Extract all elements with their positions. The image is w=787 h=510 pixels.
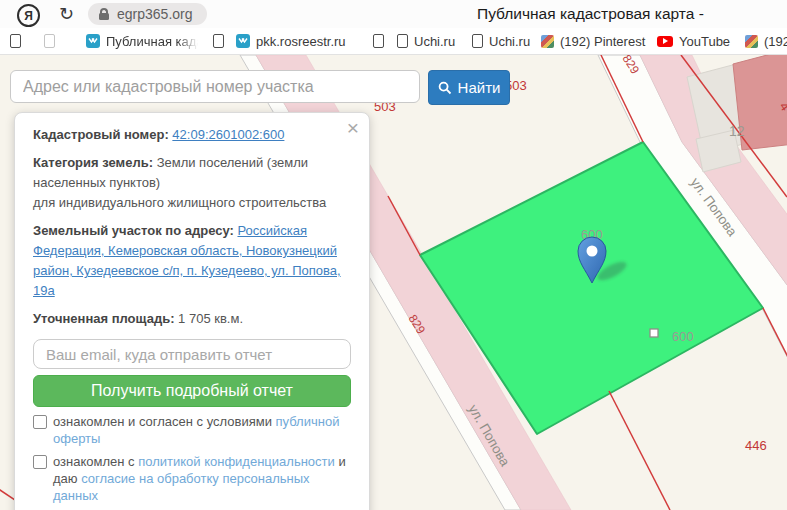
- cadastral-number-link[interactable]: 42:09:2601002:600: [172, 127, 284, 142]
- bookmark-label: YouTube: [679, 34, 730, 49]
- bookmark-pinterest[interactable]: (192) Pinterest: [541, 28, 645, 54]
- bookmark-label: (192) Pinterest: [560, 34, 645, 49]
- cadastral-number-label: Кадастровый номер:: [33, 127, 169, 142]
- bookmarks-bar: Публичная кадас pkk.rosreestr.ru Uchi.ru…: [0, 28, 787, 55]
- bookmark-label: Uchi.ru: [489, 34, 530, 49]
- area-value: 1 705 кв.м.: [178, 311, 243, 326]
- url-text: egrp365.org: [117, 6, 193, 22]
- land-category-extra: для индивидуального жилищного строительс…: [33, 193, 351, 213]
- rosreestr-icon: [86, 34, 100, 48]
- privacy-policy-link[interactable]: политикой конфиденциальности: [138, 454, 335, 469]
- bookmark-label: pkk.rosreestr.ru: [256, 34, 346, 49]
- page-icon: [472, 34, 483, 48]
- close-icon[interactable]: ×: [347, 117, 359, 138]
- browser-toolbar: Я ↻ egrp365.org Публичная кадастровая ка…: [0, 0, 787, 28]
- yandex-browser-icon[interactable]: Я: [17, 4, 40, 27]
- page-icon: [213, 34, 224, 48]
- bookmark-uchi-2[interactable]: Uchi.ru: [472, 28, 530, 54]
- cadastral-number-row: Кадастровый номер: 42:09:2601002:600: [33, 125, 351, 145]
- search-button-label: Найти: [458, 79, 501, 96]
- offer-consent-text: ознакомлен и согласен с условиями: [53, 414, 272, 429]
- pinterest-thumbnail-icon: [541, 35, 554, 48]
- point-marker: [650, 329, 658, 337]
- land-category-label: Категория земель:: [33, 155, 153, 170]
- personal-data-link[interactable]: согласие на обработку персональных данны…: [53, 471, 310, 503]
- bookmark-uchi-1[interactable]: Uchi.ru: [397, 28, 455, 54]
- offer-consent-checkbox[interactable]: [33, 415, 47, 429]
- address-bar[interactable]: egrp365.org: [88, 3, 207, 25]
- privacy-consent-row: ознакомлен с политикой конфиденциальност…: [33, 453, 351, 504]
- get-report-button[interactable]: Получить подробный отчет: [33, 375, 351, 407]
- youtube-icon: [657, 36, 673, 47]
- bookmark-doc-2[interactable]: [44, 28, 55, 54]
- bookmark-pinterest-2[interactable]: (192: [745, 28, 787, 54]
- bookmark-doc-3[interactable]: [213, 28, 224, 54]
- search-bar: Найти: [10, 70, 510, 105]
- search-icon: [438, 81, 452, 95]
- search-input[interactable]: [10, 70, 420, 103]
- address-label: Земельный участок по адресу:: [33, 223, 234, 238]
- page-title: Публичная кадастровая карта -: [477, 5, 787, 23]
- bookmark-doc-4[interactable]: [373, 28, 384, 54]
- lock-icon: [99, 13, 109, 20]
- bookmark-label: Uchi.ru: [414, 34, 455, 49]
- parcel-label-600b: 600: [672, 329, 694, 344]
- bookmark-pkk-rosreestr[interactable]: pkk.rosreestr.ru: [236, 28, 346, 54]
- bookmark-youtube[interactable]: YouTube: [657, 28, 730, 54]
- parcel-info-panel: × Кадастровый номер: 42:09:2601002:600 К…: [14, 112, 370, 510]
- bookmark-label: Публичная кадас: [106, 34, 198, 49]
- email-field[interactable]: [33, 339, 351, 369]
- page-icon: [44, 34, 55, 48]
- bookmark-cadastral-map[interactable]: Публичная кадас: [86, 28, 198, 54]
- page-icon: [373, 34, 384, 48]
- area-row: Уточненная площадь: 1 705 кв.м.: [33, 309, 351, 329]
- browser-window: 503 503 829 829 ул. Попова ул. Попова 60…: [0, 0, 787, 510]
- bookmark-doc-1[interactable]: [10, 28, 21, 54]
- reload-icon[interactable]: ↻: [59, 3, 74, 25]
- privacy-consent-checkbox[interactable]: [33, 455, 47, 469]
- pinterest-thumbnail-icon: [745, 35, 758, 48]
- page-icon: [10, 34, 21, 48]
- area-label: Уточненная площадь:: [33, 311, 174, 326]
- search-button[interactable]: Найти: [428, 70, 510, 105]
- land-category-row: Категория земель: Земли поселений (земли…: [33, 153, 351, 213]
- page-icon: [397, 34, 408, 48]
- parcel-label-446: 446: [745, 438, 767, 453]
- bookmark-label: (192: [764, 34, 787, 49]
- address-row: Земельный участок по адресу: Российская …: [33, 221, 351, 301]
- privacy-consent-text1: ознакомлен с: [53, 454, 135, 469]
- rosreestr-icon: [236, 34, 250, 48]
- offer-consent-row: ознакомлен и согласен с условиями публич…: [33, 413, 351, 447]
- house-label-12: 12: [729, 123, 745, 139]
